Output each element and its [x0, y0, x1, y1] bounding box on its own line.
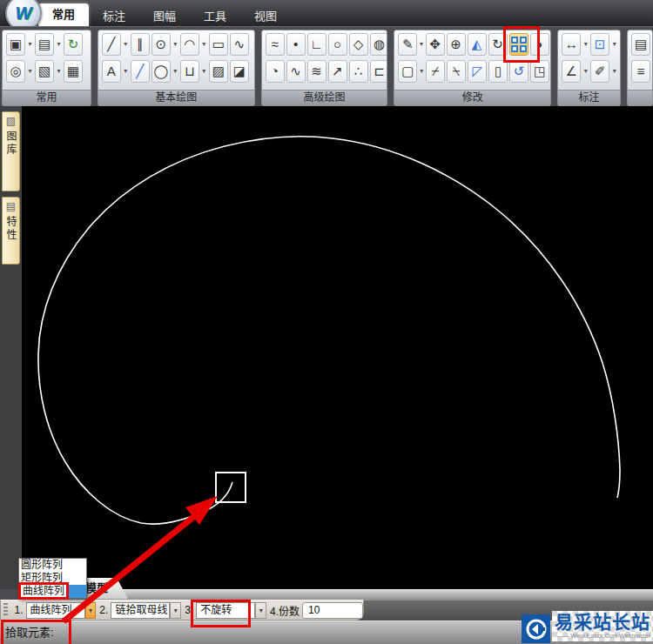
stamp-icon[interactable]: ▧ [35, 60, 54, 83]
line-dropdown[interactable]: ▾ [122, 40, 130, 48]
tolerance-dropdown[interactable]: ▾ [610, 40, 618, 48]
ribbon-row: ▣▾▤▾↻ [3, 30, 91, 57]
ribbon-group-label-dim: 标注 [558, 90, 620, 105]
rotate-mode-dropdown-button[interactable]: ▾ [255, 602, 266, 619]
scale-icon[interactable]: ◸ [468, 60, 487, 83]
polygon-icon[interactable]: ◇ [349, 33, 368, 56]
trim-icon[interactable]: ⌿ [426, 60, 445, 83]
refresh-icon[interactable]: ↻ [64, 33, 83, 56]
left-panel-strip: ▧图库▤特性 [0, 106, 22, 589]
select-dropdown[interactable]: ▾ [418, 67, 425, 75]
popup-item-0[interactable]: 圆形阵列 [19, 559, 86, 572]
tab-dimension[interactable]: 标注 [89, 7, 139, 26]
dimension-dropdown[interactable]: ▾ [582, 40, 589, 48]
ribbon-row: ╱▾∥⊙▾◠▾▭∿ [98, 30, 254, 57]
wave-icon[interactable]: ∿ [286, 60, 306, 83]
tab-sheet[interactable]: 图幅 [139, 7, 190, 26]
ribbon-row: ✎▾✥⊕◭↻◗ [394, 30, 550, 57]
display-icon[interactable]: ▦ [64, 60, 83, 83]
stretch-icon[interactable]: ▯ [488, 60, 508, 83]
paste-dropdown[interactable]: ▾ [55, 40, 63, 48]
curve-icon[interactable]: ≈ [266, 33, 285, 56]
text-icon[interactable]: A [102, 60, 121, 83]
move-icon[interactable]: ✥ [426, 33, 445, 56]
line-icon[interactable]: ╱ [102, 33, 121, 56]
sheet-tool-icon[interactable]: ▤ [631, 33, 650, 56]
array-icon[interactable] [509, 33, 529, 56]
bubbles-icon[interactable]: ∴ [349, 60, 368, 83]
popup-item-2[interactable]: 曲线阵列 [19, 585, 86, 598]
zoom-icon[interactable]: ◎ [6, 60, 25, 83]
array-type-combo[interactable]: 曲线阵列 [26, 602, 85, 619]
point-icon[interactable]: • [286, 33, 306, 56]
array-type-popup: 圆形阵列矩形阵列曲线阵列 [18, 558, 87, 599]
circle-icon[interactable]: ⊙ [151, 33, 171, 56]
side-tab-library[interactable]: ▧图库 [2, 111, 20, 191]
pour-dropdown[interactable]: ▾ [200, 67, 208, 75]
arc-icon[interactable]: ◠ [180, 33, 199, 56]
dimension-icon[interactable]: ↔ [562, 33, 581, 56]
edit-note-dropdown[interactable]: ▾ [610, 67, 618, 75]
rotate-icon[interactable]: ↻ [488, 33, 508, 56]
tolerance-icon[interactable]: ⊡ [590, 33, 609, 56]
side-tab-properties[interactable]: ▤特性 [2, 197, 20, 265]
sketch-line-icon[interactable]: ╱ [131, 60, 150, 83]
ellipse-icon[interactable]: ○ [328, 33, 347, 56]
offset-icon[interactable]: ◗ [530, 33, 549, 56]
extend-icon[interactable]: ⍀ [447, 60, 466, 83]
rotate3d-icon[interactable]: ↺ [509, 60, 528, 83]
ribbon-row: ▢▾⌿⍀◸▯↺◳ [394, 57, 550, 84]
rectangle-icon[interactable]: ▭ [209, 33, 228, 56]
tab-view[interactable]: 视图 [240, 7, 291, 26]
rotate-copy-icon[interactable]: ⊕ [447, 33, 466, 56]
coord-dim-dropdown[interactable]: ▾ [582, 67, 589, 75]
spline-icon[interactable]: ∿ [230, 33, 249, 56]
tab-home[interactable]: 常用 [38, 3, 89, 26]
stamp-dropdown[interactable]: ▾ [55, 67, 63, 75]
drawing-canvas[interactable] [22, 106, 653, 589]
erase-dropdown[interactable]: ▾ [418, 40, 424, 48]
copy-icon[interactable]: ▣ [6, 33, 25, 56]
parallel-icon[interactable]: ∥ [131, 33, 150, 56]
field1-number: 1. [15, 604, 24, 616]
copy-dropdown[interactable]: ▾ [26, 40, 34, 48]
menu-icon[interactable]: ≡ [631, 60, 650, 83]
shaft-icon[interactable]: ⊏ [370, 60, 388, 83]
ribbon-row: ∠▾✐▾ [558, 57, 620, 84]
app-logo-letter: W [16, 3, 32, 23]
side-tab-label: 特性 [3, 216, 18, 242]
circle-dropdown[interactable]: ▾ [172, 40, 179, 48]
coord-dim-icon[interactable]: ∠ [562, 60, 581, 83]
axis-icon[interactable]: ∟ [307, 33, 326, 56]
select-icon[interactable]: ▢ [398, 60, 417, 83]
ribbon-group-dim: ↔▾⊡▾∠▾✐▾标注 [557, 30, 621, 106]
pointer-icon[interactable]: ↗ [328, 60, 347, 83]
quarter-icon[interactable]: ◔ [266, 60, 285, 83]
watermark-subtitle: —— Www.Easck.Com Webmaster [555, 633, 650, 640]
paste-icon[interactable]: ▤ [35, 33, 54, 56]
erase-icon[interactable]: ✎ [398, 33, 417, 56]
count-input[interactable]: 10 [302, 602, 363, 619]
drag-handle[interactable] [3, 603, 8, 617]
popup-item-1[interactable]: 矩形阵列 [19, 572, 86, 585]
corner-icon[interactable]: ◳ [530, 60, 549, 83]
text-dropdown[interactable]: ▾ [122, 67, 130, 75]
zoom-dropdown[interactable]: ▾ [26, 67, 34, 75]
arc-dropdown[interactable]: ▾ [200, 40, 208, 48]
ribbon-tab-bar: 常用标注图幅工具视图 [38, 3, 291, 26]
title-bar: 常用标注图幅工具视图 [0, 0, 653, 26]
tab-tools[interactable]: 工具 [190, 7, 240, 26]
rotate-mode-combo[interactable]: 不旋转 [196, 602, 255, 619]
pick-mode-dropdown-button[interactable]: ▾ [170, 602, 181, 619]
zigzag-icon[interactable]: ≋ [307, 60, 326, 83]
array-type-dropdown-button[interactable]: ▾ [85, 602, 97, 619]
edit-note-icon[interactable]: ✐ [590, 60, 609, 83]
hatch-icon[interactable]: ▨ [209, 60, 228, 83]
pour-icon[interactable]: ⊔ [180, 60, 199, 83]
image-icon[interactable]: ◪ [230, 60, 249, 83]
ellipse-dim-icon[interactable]: ◯ [151, 60, 171, 83]
tangent-circle-icon[interactable]: ◍ [370, 33, 388, 56]
ellipse-dim-dropdown[interactable]: ▾ [172, 67, 179, 75]
mirror-icon[interactable]: ◭ [468, 33, 487, 56]
pick-mode-combo[interactable]: 链拾取母线 [111, 602, 170, 619]
